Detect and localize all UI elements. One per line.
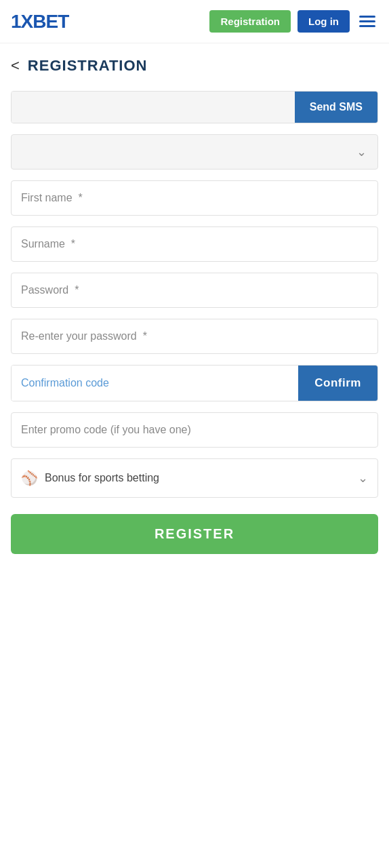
back-button[interactable]: < xyxy=(11,57,20,75)
promo-code-input[interactable] xyxy=(11,412,378,448)
country-dropdown[interactable]: ⌄ xyxy=(11,134,378,170)
page-title: REGISTRATION xyxy=(28,57,148,75)
registration-button[interactable]: Registration xyxy=(209,10,291,33)
hamburger-menu-icon[interactable] xyxy=(356,13,378,30)
reenter-password-input[interactable] xyxy=(11,319,378,354)
chevron-down-icon: ⌄ xyxy=(356,144,367,159)
header-actions: Registration Log in xyxy=(209,10,378,33)
bonus-chevron-icon: ⌄ xyxy=(358,471,368,486)
password-input[interactable] xyxy=(11,273,378,308)
register-button[interactable]: REGISTER xyxy=(11,514,378,554)
send-sms-button[interactable]: Send SMS xyxy=(295,92,377,123)
header: 1XBET Registration Log in xyxy=(0,0,389,43)
bonus-dropdown[interactable]: ⚾ Bonus for sports betting ⌄ xyxy=(11,458,378,498)
bonus-left: ⚾ Bonus for sports betting xyxy=(21,470,159,486)
confirmation-code-input[interactable] xyxy=(12,366,298,401)
login-button[interactable]: Log in xyxy=(298,10,350,33)
bonus-label: Bonus for sports betting xyxy=(45,472,159,484)
confirmation-code-row: Confirm xyxy=(11,365,378,401)
logo: 1XBET xyxy=(11,11,68,33)
first-name-input[interactable] xyxy=(11,180,378,216)
phone-row: Send SMS xyxy=(11,91,378,123)
soccer-ball-icon: ⚾ xyxy=(21,470,38,486)
phone-input[interactable] xyxy=(12,92,295,123)
registration-page: < REGISTRATION Send SMS ⌄ Confirm ⚾ Bonu… xyxy=(0,43,389,581)
confirm-button[interactable]: Confirm xyxy=(298,366,377,401)
surname-input[interactable] xyxy=(11,226,378,262)
title-row: < REGISTRATION xyxy=(11,43,378,91)
